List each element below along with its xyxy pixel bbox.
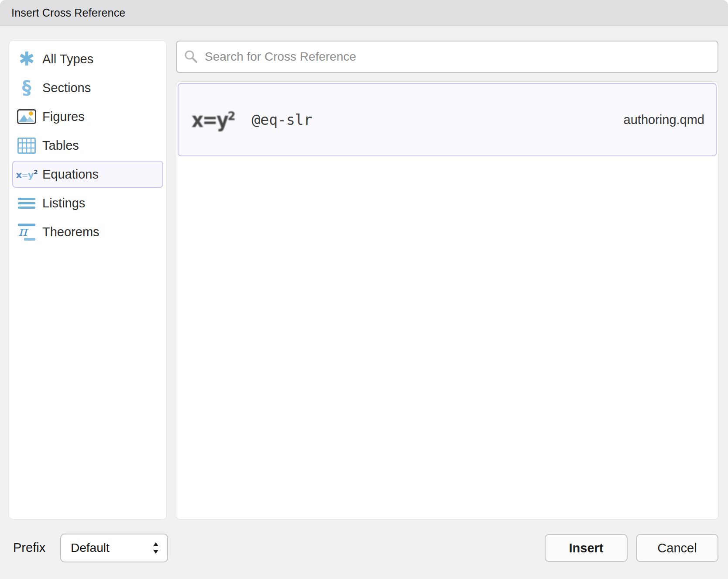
sidebar-item-label: Figures	[42, 110, 85, 124]
theorem-icon: π	[17, 223, 36, 241]
insert-button[interactable]: Insert	[545, 534, 628, 562]
prefix-label: Prefix	[13, 541, 45, 555]
sidebar-item-label: Equations	[42, 167, 99, 182]
figure-icon	[17, 109, 36, 124]
equation-preview-icon: x=y²	[192, 107, 234, 132]
sidebar-item-all-types[interactable]: ✱All Types	[12, 45, 163, 72]
results-panel: x=y²@eq-slrauthoring.qmd	[176, 81, 718, 520]
cancel-button-label: Cancel	[657, 541, 697, 555]
prefix-select[interactable]: Default	[60, 534, 168, 562]
result-ref-label: @eq-slr	[252, 111, 312, 128]
type-filter-list: ✱All Types§SectionsFiguresTablesx=y2Equa…	[9, 45, 166, 245]
sidebar-item-label: Listings	[42, 196, 85, 210]
section-icon: §	[17, 79, 36, 97]
sidebar-item-listings[interactable]: Listings	[12, 190, 163, 217]
sidebar-item-theorems[interactable]: πTheorems	[12, 218, 163, 245]
insert-button-label: Insert	[569, 541, 604, 555]
search-icon	[184, 49, 199, 64]
cancel-button[interactable]: Cancel	[636, 534, 718, 562]
sidebar-item-equations[interactable]: x=y2Equations	[12, 161, 163, 188]
sidebar-item-figures[interactable]: Figures	[12, 103, 163, 130]
sidebar-item-label: Theorems	[42, 225, 100, 239]
search-input[interactable]	[204, 49, 711, 64]
equation-icon: x=y2	[17, 169, 36, 180]
type-filter-sidebar: ✱All Types§SectionsFiguresTablesx=y2Equa…	[9, 40, 167, 520]
sidebar-item-tables[interactable]: Tables	[12, 132, 163, 159]
result-item[interactable]: x=y²@eq-slrauthoring.qmd	[178, 83, 717, 156]
dialog-titlebar: Insert Cross Reference	[0, 0, 728, 26]
select-arrows-icon	[152, 541, 159, 555]
results-list: x=y²@eq-slrauthoring.qmd	[178, 83, 717, 156]
dialog-title: Insert Cross Reference	[11, 7, 125, 19]
sidebar-item-label: All Types	[42, 52, 93, 66]
table-icon	[17, 138, 36, 154]
result-file-label: authoring.qmd	[624, 113, 704, 127]
prefix-select-value: Default	[71, 541, 110, 555]
insert-cross-reference-dialog: Insert Cross Reference ✱All Types§Sectio…	[0, 0, 728, 579]
search-box	[176, 41, 718, 73]
asterisk-icon: ✱	[17, 49, 36, 69]
sidebar-item-label: Sections	[42, 81, 91, 95]
sidebar-item-sections[interactable]: §Sections	[12, 74, 163, 101]
sidebar-item-label: Tables	[42, 138, 79, 153]
listing-icon	[17, 198, 36, 209]
